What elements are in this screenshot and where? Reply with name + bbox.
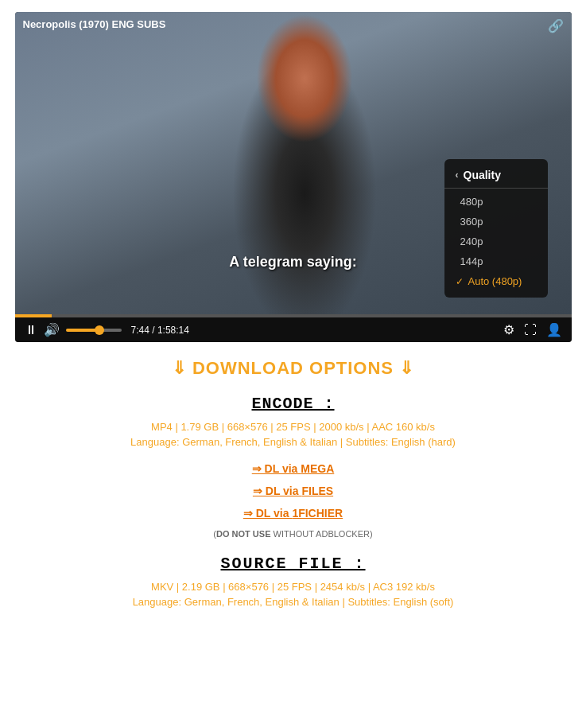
dl-1fichier-prefix: ⇒ DL via [243,507,293,520]
time-display: 7:44 / 1:58:14 [131,325,189,336]
quality-menu-header[interactable]: ‹ Quality [444,165,548,189]
volume-button[interactable]: 🔊 [44,322,60,337]
dl-mega-label[interactable]: MEGA [301,462,334,475]
video-controls-bar: ⏸ 🔊 7:44 / 1:58:14 ⚙ ⛶ 👤 [15,317,572,342]
video-player: Necropolis (1970) ENG SUBS 🔗 ‹ Quality 4… [15,12,572,342]
current-time: 7:44 [131,325,149,336]
dl-mega-link[interactable]: ⇒ DL via MEGA [16,462,570,475]
content-section: ⇓ DOWNLOAD OPTIONS ⇓ ENCODE : MP4 | 1.79… [0,342,586,624]
fullscreen-icon[interactable]: ⛶ [524,323,537,337]
time-separator: / [152,325,157,336]
quality-option-144p[interactable]: 144p [444,251,548,271]
quality-menu: ‹ Quality 480p 360p 240p 144p ✓ Au [444,159,548,298]
dl-mega-prefix: ⇒ DL via [252,462,301,475]
quality-menu-title: Quality [464,169,501,181]
quality-option-360p[interactable]: 360p [444,212,548,232]
source-heading: SOURCE FILE : [16,555,570,573]
encode-lang: Language: German, French, English & Ital… [16,436,570,448]
source-lang: Language: German, French, English & Ital… [16,596,570,608]
controls-right: ⚙ ⛶ 👤 [503,322,562,337]
video-subtitle: A telegram saying: [229,254,356,271]
dl-files-link[interactable]: ⇒ DL via FILES [16,485,570,497]
video-scene: Necropolis (1970) ENG SUBS 🔗 ‹ Quality 4… [15,12,572,314]
progress-fill [15,314,52,317]
no-adblocker-notice: (DO NOT USE WITHOUT ADBLOCKER) [16,529,570,539]
user-icon[interactable]: 👤 [546,322,562,337]
volume-thumb [95,325,104,335]
total-time: 1:58:14 [157,325,189,336]
do-not-use-text: DO NOT USE [216,529,270,539]
quality-label-144p: 144p [460,255,483,267]
download-heading: ⇓ DOWNLOAD OPTIONS ⇓ [16,358,570,379]
encode-heading: ENCODE : [16,395,570,413]
pause-button[interactable]: ⏸ [25,323,37,337]
quality-label-240p: 240p [460,236,483,247]
video-title: Necropolis (1970) ENG SUBS [23,18,166,30]
quality-option-240p[interactable]: 240p [444,232,548,251]
quality-option-auto[interactable]: ✓ Auto (480p) [444,271,548,291]
checkmark-auto: ✓ [456,276,464,287]
progress-bar[interactable] [15,314,572,317]
dl-files-label[interactable]: FILES [301,485,333,497]
quality-label-360p: 360p [460,216,483,228]
settings-icon[interactable]: ⚙ [503,322,514,337]
quality-label-480p: 480p [460,196,483,208]
dl-1fichier-link[interactable]: ⇒ DL via 1FICHIER [16,507,570,520]
quality-option-480p[interactable]: 480p [444,192,548,212]
source-info: MKV | 2.19 GB | 668×576 | 25 FPS | 2454 … [16,581,570,593]
quality-label-auto: Auto (480p) [468,275,522,287]
chevron-left-icon: ‹ [456,169,459,181]
dl-1fichier-label[interactable]: 1FICHIER [292,507,343,520]
dl-files-prefix: ⇒ DL via [253,485,302,497]
link-icon[interactable]: 🔗 [548,18,564,33]
encode-info: MP4 | 1.79 GB | 668×576 | 25 FPS | 2000 … [16,421,570,433]
volume-slider[interactable] [66,329,122,332]
